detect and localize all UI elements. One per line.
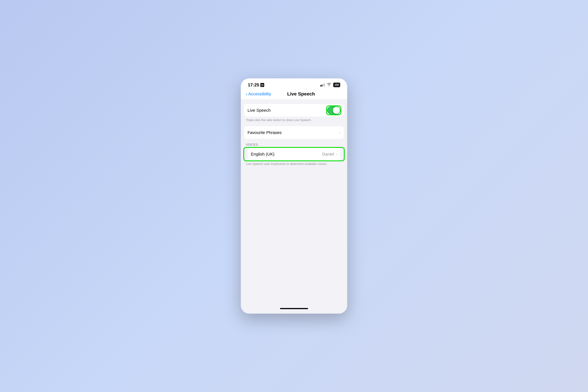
live-speech-group: Live Speech Triple-click the side button… (241, 104, 347, 122)
back-label[interactable]: Accessibility (248, 92, 271, 96)
battery-level: 100 (334, 84, 339, 86)
live-speech-card: Live Speech (244, 104, 344, 116)
live-speech-toggle-container[interactable] (327, 106, 340, 114)
notch-icon: ⊡ (260, 83, 264, 87)
english-uk-value: Daniel (322, 152, 334, 156)
signal-bars-icon (320, 84, 325, 86)
voices-group: VOICES English (UK) Daniel › Live Speech… (241, 143, 347, 166)
status-time: 17:25 ⊡ (248, 82, 264, 88)
voices-card-highlight: English (UK) Daniel › (244, 148, 344, 160)
nav-header: ‹ Accessibility Live Speech (241, 89, 347, 100)
favourite-phrases-row[interactable]: Favourite Phrases › (244, 126, 344, 139)
favourite-phrases-chevron-icon: › (339, 130, 340, 135)
favourite-phrases-group: Favourite Phrases › (241, 126, 347, 139)
toggle-knob (333, 107, 340, 114)
voices-card: English (UK) Daniel › (248, 148, 340, 160)
live-speech-label: Live Speech (248, 108, 327, 113)
content-area: Live Speech Triple-click the side button… (241, 100, 347, 305)
home-bar (280, 308, 308, 309)
page-title: Live Speech (287, 91, 315, 96)
time-display: 17:25 (248, 82, 259, 88)
live-speech-hint: Triple-click the side button to show Liv… (241, 116, 347, 122)
status-bar: 17:25 ⊡ 100 (241, 78, 347, 89)
battery-icon: 100 (333, 82, 340, 87)
voices-section-header: VOICES (241, 143, 347, 148)
back-button[interactable]: ‹ Accessibility (246, 92, 271, 96)
wifi-icon (327, 83, 331, 87)
english-uk-row[interactable]: English (UK) Daniel › (248, 148, 340, 160)
live-speech-row: Live Speech (244, 104, 344, 116)
favourite-phrases-label: Favourite Phrases (248, 130, 339, 135)
english-uk-chevron-icon: › (336, 152, 337, 156)
back-chevron-icon: ‹ (246, 92, 248, 96)
status-icons: 100 (320, 82, 340, 87)
home-indicator (241, 305, 347, 314)
english-uk-label: English (UK) (251, 152, 322, 156)
voices-footer: Live Speech uses Keyboards to determine … (241, 160, 347, 166)
phone-frame: 17:25 ⊡ 100 ‹ Accessibility Live (241, 78, 347, 314)
live-speech-toggle[interactable] (327, 106, 340, 114)
